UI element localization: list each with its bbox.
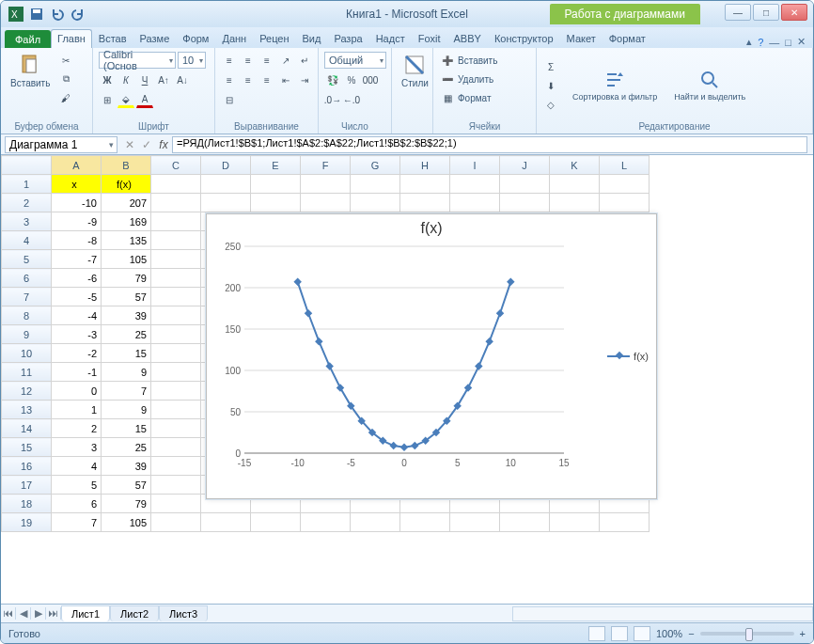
cells-format-icon[interactable]: ▦	[439, 89, 456, 106]
row-header[interactable]: 4	[2, 231, 52, 250]
cell[interactable]: 79	[102, 269, 151, 288]
cell[interactable]: -6	[52, 269, 102, 288]
dec-dec-icon[interactable]: ←.0	[343, 91, 360, 108]
tab-foxit[interactable]: Foxit	[412, 29, 447, 48]
cancel-fx-icon[interactable]: ✕	[121, 138, 138, 151]
cell[interactable]	[151, 325, 201, 344]
tab-chartformat[interactable]: Формат	[603, 29, 652, 48]
cell[interactable]: 2	[52, 419, 102, 438]
maximize-button[interactable]: □	[753, 4, 779, 21]
tab-file[interactable]: Файл	[5, 30, 51, 48]
row-header[interactable]: 15	[2, 438, 52, 457]
sheet-nav-first-icon[interactable]: ⏮	[1, 607, 16, 620]
row-header[interactable]: 17	[2, 476, 52, 495]
font-name-combo[interactable]: Calibri (Основ	[99, 52, 176, 69]
save-icon[interactable]	[29, 7, 44, 22]
grow-font-icon[interactable]: A↑	[155, 71, 172, 88]
cell[interactable]: 135	[102, 231, 151, 250]
mdi-min-icon[interactable]: —	[769, 37, 779, 48]
cell[interactable]	[151, 438, 201, 457]
cell[interactable]	[151, 269, 201, 288]
cell[interactable]	[201, 175, 251, 194]
cell[interactable]: 25	[102, 438, 151, 457]
cell[interactable]	[351, 175, 400, 194]
cell[interactable]	[400, 175, 450, 194]
name-box[interactable]: Диаграмма 1	[5, 136, 117, 153]
sheet-nav-next-icon[interactable]: ▶	[31, 607, 46, 620]
enter-fx-icon[interactable]: ✓	[138, 138, 155, 151]
wrap-icon[interactable]: ↵	[296, 52, 313, 69]
cell[interactable]: f(x)	[102, 175, 151, 194]
cell[interactable]	[151, 344, 201, 363]
cell[interactable]	[500, 194, 550, 212]
cell[interactable]	[251, 175, 301, 194]
chart-plot-area[interactable]: 050100150200250-15-10-5051015	[207, 237, 583, 481]
align-left-icon[interactable]: ≡	[221, 71, 238, 88]
cell[interactable]	[151, 457, 201, 476]
col-header[interactable]: A	[52, 156, 102, 175]
close-button[interactable]: ✕	[781, 4, 807, 21]
autosum-icon[interactable]: Σ	[542, 58, 559, 75]
cell[interactable]	[550, 513, 600, 532]
cell[interactable]	[550, 175, 600, 194]
cut-icon[interactable]: ✂	[57, 52, 74, 69]
cell[interactable]	[151, 419, 201, 438]
cell[interactable]: -1	[52, 363, 102, 382]
cell[interactable]: 1	[52, 401, 102, 419]
tab-pagelayout[interactable]: Разме	[133, 29, 177, 48]
col-header[interactable]: K	[550, 156, 600, 175]
minimize-button[interactable]: —	[725, 4, 751, 21]
cell[interactable]: 207	[102, 194, 151, 212]
cell[interactable]: 5	[52, 476, 102, 495]
col-header[interactable]: J	[500, 156, 550, 175]
cell[interactable]: 6	[52, 495, 102, 513]
fx-icon[interactable]: fx	[155, 138, 172, 151]
zoom-out-icon[interactable]: −	[688, 628, 694, 639]
tab-view[interactable]: Вид	[296, 29, 328, 48]
sheet-tab-active[interactable]: Лист1	[61, 605, 110, 621]
cell[interactable]: 7	[52, 513, 102, 532]
zoom-in-icon[interactable]: +	[800, 628, 806, 639]
col-header[interactable]: I	[450, 156, 500, 175]
paste-button[interactable]: Вставить	[7, 52, 54, 90]
col-header[interactable]: D	[201, 156, 251, 175]
col-header[interactable]: H	[400, 156, 450, 175]
cell[interactable]	[600, 175, 650, 194]
row-header[interactable]: 1	[2, 175, 52, 194]
dec-inc-icon[interactable]: .0→	[324, 91, 341, 108]
align-bot-icon[interactable]: ≡	[258, 52, 275, 69]
cell[interactable]	[251, 513, 301, 532]
fill-icon[interactable]: ⬇	[542, 77, 559, 94]
percent-icon[interactable]: %	[343, 71, 360, 88]
cell[interactable]	[450, 175, 500, 194]
cell[interactable]	[301, 513, 351, 532]
cell[interactable]: -9	[52, 212, 102, 231]
mdi-restore-icon[interactable]: □	[785, 37, 791, 48]
cell[interactable]	[550, 194, 600, 212]
cell[interactable]: 39	[102, 457, 151, 476]
cell[interactable]	[351, 194, 400, 212]
horizontal-scrollbar[interactable]	[512, 606, 813, 621]
chart-title[interactable]: f(x)	[207, 220, 656, 237]
currency-icon[interactable]: 💱	[324, 71, 341, 88]
sheet-tab-3[interactable]: Лист3	[159, 605, 208, 621]
tab-addins[interactable]: Надст	[369, 29, 412, 48]
cell[interactable]	[201, 513, 251, 532]
cell[interactable]: -4	[52, 306, 102, 325]
bold-button[interactable]: Ж	[99, 71, 116, 88]
cell[interactable]	[151, 495, 201, 513]
cell[interactable]	[151, 363, 201, 382]
cell[interactable]	[600, 194, 650, 212]
col-header[interactable]: G	[351, 156, 400, 175]
cell[interactable]	[151, 306, 201, 325]
cell[interactable]	[151, 250, 201, 269]
col-header[interactable]: B	[102, 156, 151, 175]
underline-button[interactable]: Ч	[136, 71, 153, 88]
tab-home[interactable]: Главн	[51, 29, 92, 48]
sheet-tab-2[interactable]: Лист2	[110, 605, 159, 621]
orientation-icon[interactable]: ↗	[277, 52, 294, 69]
cell[interactable]: 15	[102, 344, 151, 363]
indent-inc-icon[interactable]: ⇥	[296, 71, 313, 88]
mdi-close-icon[interactable]: ✕	[797, 36, 806, 48]
number-format-combo[interactable]: Общий	[324, 52, 386, 69]
